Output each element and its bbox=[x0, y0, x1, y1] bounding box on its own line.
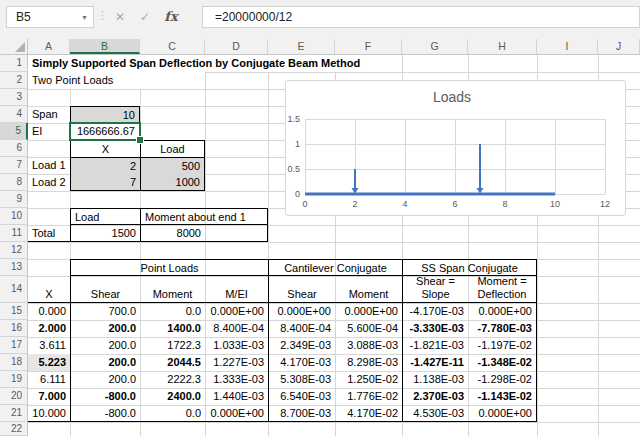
svg-text:10: 10 bbox=[550, 199, 560, 209]
cell-D20[interactable]: 1.440E-03 bbox=[205, 388, 268, 405]
cell-C17[interactable]: 1722.3 bbox=[140, 337, 205, 354]
svg-text:1.5: 1.5 bbox=[287, 114, 300, 124]
cell-E20[interactable]: 6.540E-03 bbox=[268, 388, 335, 405]
cell-A17[interactable]: 3.611 bbox=[28, 337, 70, 354]
cell-G20[interactable]: 2.370E-03 bbox=[402, 388, 468, 405]
cell-E16[interactable]: 8.400E-04 bbox=[268, 320, 335, 337]
cell-B19[interactable]: 200.0 bbox=[70, 371, 140, 388]
cell-G14[interactable]: Shear = Slope bbox=[402, 276, 468, 303]
cell-F15[interactable]: 0.000E+00 bbox=[335, 303, 402, 320]
svg-text:8: 8 bbox=[502, 199, 507, 209]
cell-B10[interactable]: Load bbox=[70, 208, 140, 225]
cell-B4[interactable]: 10 bbox=[70, 106, 140, 123]
cell-D21[interactable]: 0.000E+00 bbox=[205, 405, 268, 422]
cell-H21[interactable]: 0.000E+00 bbox=[468, 405, 537, 422]
svg-text:4: 4 bbox=[402, 199, 407, 209]
cell-F20[interactable]: 1.776E-02 bbox=[335, 388, 402, 405]
cell-G16[interactable]: -3.330E-03 bbox=[402, 320, 468, 337]
cell-F16[interactable]: 5.600E-04 bbox=[335, 320, 402, 337]
cell-G19[interactable]: 1.138E-03 bbox=[402, 371, 468, 388]
cell-H14[interactable]: Moment = Deflection bbox=[468, 276, 537, 303]
cell-H15[interactable]: 0.000E+00 bbox=[468, 303, 537, 320]
cell-E21[interactable]: 8.700E-03 bbox=[268, 405, 335, 422]
cell-C18[interactable]: 2044.5 bbox=[140, 354, 205, 371]
cell-G18[interactable]: -1.427E-11 bbox=[402, 354, 468, 371]
cell-A2[interactable]: Two Point Loads bbox=[28, 72, 205, 89]
cell-C19[interactable]: 2222.3 bbox=[140, 371, 205, 388]
cell-E18[interactable]: 4.170E-03 bbox=[268, 354, 335, 371]
cell-B13[interactable]: Point Loads bbox=[70, 259, 268, 276]
cell-A15[interactable]: 0.000 bbox=[28, 303, 70, 320]
excel-window: B5 ▼ ⋮ ✕ ✓ fx =20000000/12 ABCDEFGHIJ 12… bbox=[0, 0, 640, 436]
cell-D16[interactable]: 8.400E-04 bbox=[205, 320, 268, 337]
cell-A1[interactable]: Simply Supported Span Deflection by Conj… bbox=[28, 55, 402, 72]
cell-C20[interactable]: 2400.0 bbox=[140, 388, 205, 405]
cell-A5[interactable]: EI bbox=[28, 123, 70, 140]
cell-D14[interactable]: M/EI bbox=[205, 276, 268, 303]
cell-H16[interactable]: -7.780E-03 bbox=[468, 320, 537, 337]
cell-C11[interactable]: 8000 bbox=[140, 225, 205, 242]
svg-text:1: 1 bbox=[295, 139, 300, 149]
cell-E17[interactable]: 2.349E-03 bbox=[268, 337, 335, 354]
svg-text:6: 6 bbox=[452, 199, 457, 209]
cell-E15[interactable]: 0.000E+00 bbox=[268, 303, 335, 320]
cell-A20[interactable]: 7.000 bbox=[28, 388, 70, 405]
cell-E19[interactable]: 5.308E-03 bbox=[268, 371, 335, 388]
cell-A14[interactable]: X bbox=[28, 276, 70, 303]
cell-B17[interactable]: 200.0 bbox=[70, 337, 140, 354]
cell-G15[interactable]: -4.170E-03 bbox=[402, 303, 468, 320]
cell-D15[interactable]: 0.000E+00 bbox=[205, 303, 268, 320]
cell-A16[interactable]: 2.000 bbox=[28, 320, 70, 337]
cell-G17[interactable]: -1.821E-03 bbox=[402, 337, 468, 354]
cell-F21[interactable]: 4.170E-02 bbox=[335, 405, 402, 422]
cell-A4[interactable]: Span bbox=[28, 106, 70, 123]
loads-chart[interactable]: 02468101200.511.5Loads bbox=[285, 80, 626, 216]
cell-B18[interactable]: 200.0 bbox=[70, 354, 140, 371]
svg-text:2: 2 bbox=[352, 199, 357, 209]
svg-text:12: 12 bbox=[600, 199, 610, 209]
cell-C14[interactable]: Moment bbox=[140, 276, 205, 303]
cell-C15[interactable]: 0.0 bbox=[140, 303, 205, 320]
cell-A8[interactable]: Load 2 bbox=[28, 174, 70, 191]
cell-C8[interactable]: 1000 bbox=[140, 174, 205, 191]
cell-B8[interactable]: 7 bbox=[70, 174, 140, 191]
cell-D19[interactable]: 1.333E-03 bbox=[205, 371, 268, 388]
svg-text:0.5: 0.5 bbox=[287, 164, 300, 174]
cell-F19[interactable]: 1.250E-02 bbox=[335, 371, 402, 388]
cell-H17[interactable]: -1.197E-02 bbox=[468, 337, 537, 354]
cell-B6[interactable]: X bbox=[70, 140, 140, 157]
cell-D17[interactable]: 1.033E-03 bbox=[205, 337, 268, 354]
cell-G13[interactable]: SS Span Conjugate bbox=[402, 259, 537, 276]
cell-C16[interactable]: 1400.0 bbox=[140, 320, 205, 337]
cell-A11[interactable]: Total bbox=[28, 225, 70, 242]
cell-H20[interactable]: -1.143E-02 bbox=[468, 388, 537, 405]
cell-B21[interactable]: -800.0 bbox=[70, 405, 140, 422]
cell-B14[interactable]: Shear bbox=[70, 276, 140, 303]
cell-A19[interactable]: 6.111 bbox=[28, 371, 70, 388]
cell-B20[interactable]: -800.0 bbox=[70, 388, 140, 405]
cell-F17[interactable]: 3.088E-03 bbox=[335, 337, 402, 354]
cell-B16[interactable]: 200.0 bbox=[70, 320, 140, 337]
cell-C21[interactable]: 0.0 bbox=[140, 405, 205, 422]
fill-handle[interactable] bbox=[136, 136, 144, 144]
cell-B15[interactable]: 700.0 bbox=[70, 303, 140, 320]
cell-B11[interactable]: 1500 bbox=[70, 225, 140, 242]
cell-H19[interactable]: -1.298E-02 bbox=[468, 371, 537, 388]
cell-F14[interactable]: Moment bbox=[335, 276, 402, 303]
cell-C10[interactable]: Moment about end 1 bbox=[140, 208, 268, 225]
cell-A7[interactable]: Load 1 bbox=[28, 157, 70, 174]
cell-B7[interactable]: 2 bbox=[70, 157, 140, 174]
cell-A21[interactable]: 10.000 bbox=[28, 405, 70, 422]
cell-A18[interactable]: 5.223 bbox=[28, 354, 70, 371]
cell-E14[interactable]: Shear bbox=[268, 276, 335, 303]
cell-C6[interactable]: Load bbox=[140, 140, 205, 157]
cell-G21[interactable]: 4.530E-03 bbox=[402, 405, 468, 422]
cell-H18[interactable]: -1.348E-02 bbox=[468, 354, 537, 371]
cell-F18[interactable]: 8.298E-03 bbox=[335, 354, 402, 371]
cell-C7[interactable]: 500 bbox=[140, 157, 205, 174]
cell-E13[interactable]: Cantilever Conjugate bbox=[268, 259, 402, 276]
cell-D11[interactable] bbox=[205, 225, 268, 242]
chart-title: Loads bbox=[433, 89, 471, 105]
cell-D18[interactable]: 1.227E-03 bbox=[205, 354, 268, 371]
selection-border bbox=[69, 122, 141, 141]
